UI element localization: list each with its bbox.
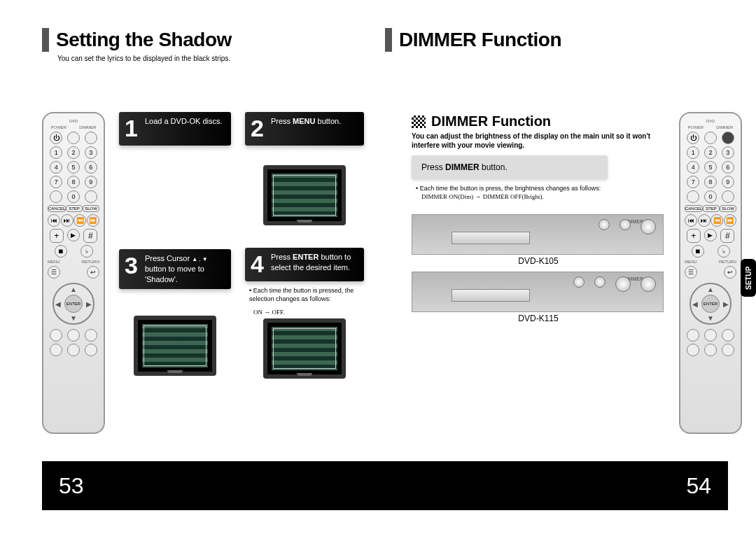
right-heading: DIMMER Function xyxy=(385,28,728,52)
sub-heading: DIMMER Function xyxy=(412,113,665,129)
knob-mic2 xyxy=(620,219,631,230)
tv-screenshot-4 xyxy=(263,318,346,379)
left-subtitle: You can set the lyrics to be displayed i… xyxy=(57,55,385,62)
remote-brand: DVD xyxy=(685,119,736,123)
heading-accent xyxy=(42,28,49,52)
left-arrow-icon: ◀ xyxy=(692,300,698,308)
right-title: DIMMER Function xyxy=(399,29,561,51)
left-title: Setting the Shadow xyxy=(56,29,232,51)
section-tab-setup: SETUP xyxy=(741,259,756,297)
right-arrow-icon: ▶ xyxy=(723,300,729,308)
step-2: 2 Press MENU button. xyxy=(245,112,364,146)
left-arrow-icon: ◀ xyxy=(55,300,61,308)
page-footer: 53 54 xyxy=(42,461,728,510)
model-label-k115: DVD-K115 xyxy=(412,314,665,323)
model-label-k105: DVD-K105 xyxy=(412,256,665,266)
remote-brand: DVD xyxy=(48,119,99,123)
heading-accent xyxy=(385,28,392,52)
remote-illustration-left: DVD POWER DIMMER ⏻ 123 456 789 0 CANCELS… xyxy=(42,112,105,434)
step-3: 3 Press Cursor ▲ , ▼ button to move to '… xyxy=(119,249,231,289)
down-arrow-icon: ▼ xyxy=(70,314,77,322)
remote-enter: ENTER xyxy=(64,295,83,313)
knob2-mic2 xyxy=(594,276,606,288)
knob-mic1 xyxy=(598,219,610,230)
left-page: Setting the Shadow You can set the lyric… xyxy=(42,28,385,434)
knob-micvol xyxy=(640,219,656,234)
knob2-mic1 xyxy=(573,276,584,288)
page-number-right: 54 xyxy=(686,473,711,499)
right-content: DIMMER Function You can adjust the brigh… xyxy=(412,56,665,329)
remote-dpad: ▲ ▼ ◀ ▶ ENTER xyxy=(690,283,732,325)
manual-spread: Setting the Shadow You can set the lyric… xyxy=(42,28,728,513)
checker-icon xyxy=(412,115,426,128)
steps-column-1: 1 Load a DVD-OK discs. 3 Press Cursor ▲ … xyxy=(119,112,231,381)
spread-container: Setting the Shadow You can set the lyric… xyxy=(42,28,728,434)
remote-power: ⏻ xyxy=(50,132,62,144)
right-page: DIMMER Function DIMMER Function You can … xyxy=(385,28,728,434)
remote-dimmer-highlighted xyxy=(722,132,734,144)
player-k105: DIMMER xyxy=(412,214,664,255)
sub-title: DIMMER Function xyxy=(431,113,551,129)
page-number-left: 53 xyxy=(59,473,84,499)
up-arrow-icon: ▲ xyxy=(70,286,77,293)
step-4-note1: • Each time the button is pressed, the s… xyxy=(249,287,364,303)
remote-power: ⏻ xyxy=(687,132,699,144)
step-4-note2: ON → OFF. xyxy=(253,309,364,316)
tv-screenshot-2 xyxy=(263,165,346,225)
player-k115: DIMMER xyxy=(412,272,664,312)
dimmer-note2: DIMMER ON(Dim) → DIMMER OFF(Bright). xyxy=(421,193,665,200)
dimmer-intro: You can adjust the brightness of the dis… xyxy=(412,132,665,150)
remote-illustration-right: DVD POWER DIMMER ⏻ 123 456 789 0 CANCELS… xyxy=(679,112,742,434)
press-dimmer-bar: Press DIMMER button. xyxy=(412,155,608,179)
remote-menu-btn: ☰ xyxy=(48,266,60,279)
remote-dpad: ▲ ▼ ◀ ▶ ENTER xyxy=(52,283,94,325)
step-4: 4 Press ENTER button to select the desir… xyxy=(245,248,364,281)
knob2-mic1vol xyxy=(615,276,631,292)
knob2-mic2vol xyxy=(640,276,656,292)
step-1: 1 Load a DVD-OK discs. xyxy=(119,112,231,146)
dimmer-note1: • Each time the button is press, the bri… xyxy=(416,185,665,192)
remote-dimmer xyxy=(85,132,97,144)
steps-column-2: 2 Press MENU button. 4 Press ENTER butto… xyxy=(245,112,364,384)
up-arrow-icon: ▲ xyxy=(707,286,714,293)
down-arrow-icon: ▼ xyxy=(707,314,714,322)
tv-screenshot-3 xyxy=(134,316,216,376)
right-arrow-icon: ▶ xyxy=(86,300,92,308)
left-heading: Setting the Shadow xyxy=(42,28,385,52)
